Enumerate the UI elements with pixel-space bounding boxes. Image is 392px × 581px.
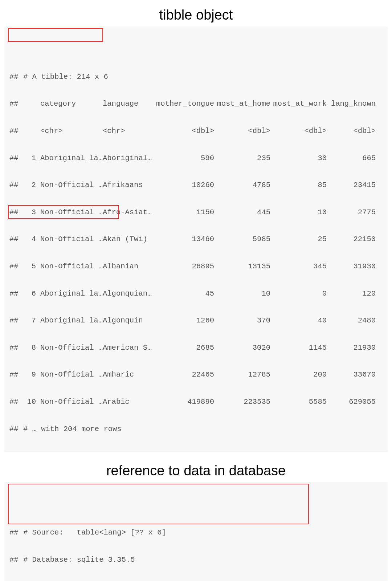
highlight-tibble-header-box (8, 28, 103, 42)
tibble-footer-line: ### … with 204 more rows (9, 422, 383, 436)
tibble-header-line: ### A tibble: 214 x 6 (9, 70, 383, 84)
column-names-row: ## categorylanguagemother_tonguemost_at_… (9, 97, 383, 110)
db-database-line: ### Database: sqlite 3.35.5 (9, 553, 383, 566)
table-row: ##1 Aboriginal la…Aboriginal…59023530665 (9, 151, 383, 165)
db-source-line: ### Source: table<lang> [?? x 6] (9, 526, 383, 539)
table-row: ##8 Non-Official …American S…26853020114… (9, 341, 383, 354)
database-output: ### Source: table<lang> [?? x 6] ### Dat… (4, 482, 388, 581)
table-row: ##5 Non-Official …Albanian26895131353453… (9, 260, 383, 273)
title-database: reference to data in database (0, 463, 392, 479)
table-row: ##4 Non-Official …Akan (Twi)134605985252… (9, 232, 383, 246)
table-row: ##9 Non-Official …Amharic224651278520033… (9, 368, 383, 381)
table-row: ##2 Non-Official …Afrikaans1026047858523… (9, 178, 383, 192)
table-row: ##3 Non-Official …Afro-Asiat…11504451027… (9, 206, 383, 219)
table-row: ##10 Non-Official …Arabic419890223535558… (9, 395, 383, 409)
tibble-output: ### A tibble: 214 x 6 ## categorylanguag… (4, 27, 388, 452)
table-row: ##7 Aboriginal la…Algonquin1260370402480 (9, 314, 383, 327)
highlight-db-header-box (8, 484, 309, 524)
column-types-row: ## <chr><chr><dbl><dbl><dbl><dbl> (9, 124, 383, 138)
title-tibble: tibble object (0, 7, 392, 23)
table-row: ##6 Aboriginal la…Algonquian…45100120 (9, 287, 383, 300)
